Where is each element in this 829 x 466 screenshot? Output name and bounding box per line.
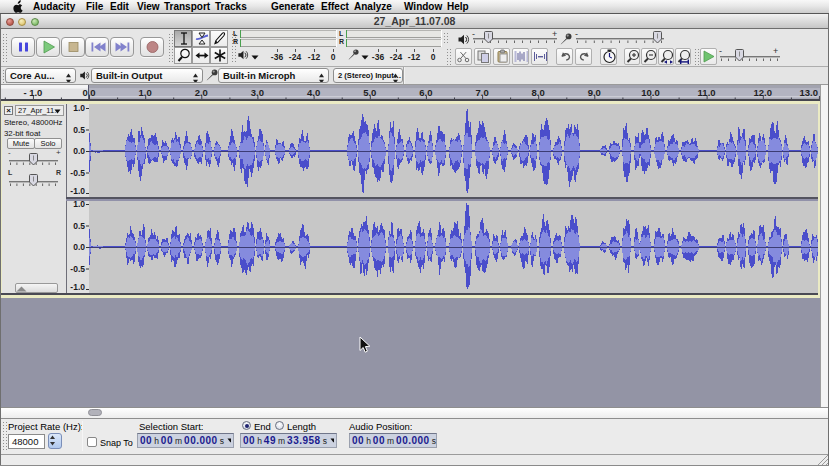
svg-text:11.0: 11.0 — [698, 87, 716, 98]
svg-text:-0.5: -0.5 — [70, 168, 85, 178]
svg-text:3.0: 3.0 — [251, 87, 264, 98]
svg-text:4.0: 4.0 — [307, 87, 320, 98]
svg-text:- 1.0: - 1.0 — [23, 87, 42, 98]
svg-text:0.5: 0.5 — [73, 125, 85, 135]
svg-text:9.0: 9.0 — [588, 87, 601, 98]
svg-text:1.0: 1.0 — [139, 87, 152, 98]
svg-text:-1.0: -1.0 — [70, 186, 85, 196]
svg-text:2.0: 2.0 — [195, 87, 208, 98]
svg-text:0.0: 0.0 — [73, 146, 85, 156]
svg-text:1.0: 1.0 — [73, 104, 85, 113]
svg-text:0.5: 0.5 — [73, 221, 85, 231]
svg-text:7.0: 7.0 — [475, 87, 488, 98]
svg-text:12.0: 12.0 — [754, 87, 773, 98]
svg-text:5.0: 5.0 — [363, 87, 376, 98]
svg-text:13.0: 13.0 — [800, 87, 819, 98]
svg-text:8.0: 8.0 — [532, 87, 545, 98]
svg-text:10.0: 10.0 — [641, 87, 660, 98]
svg-text:0.0: 0.0 — [73, 242, 85, 252]
svg-text:6.0: 6.0 — [419, 87, 432, 98]
svg-text:-1.0: -1.0 — [70, 282, 85, 292]
svg-text:-0.5: -0.5 — [70, 264, 85, 274]
